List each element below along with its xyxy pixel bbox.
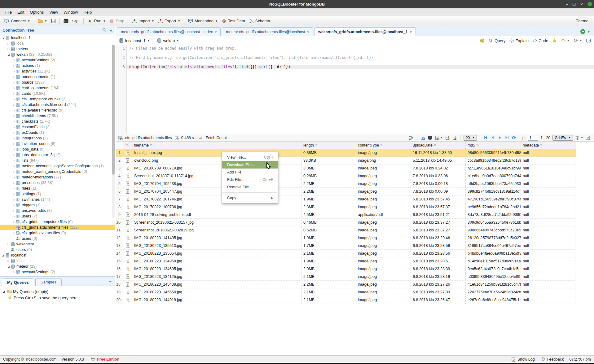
cell-filename[interactable]: IMG_20180223_134958.jpg (132, 257, 301, 265)
cell-contentType[interactable]: image/jpeg (356, 172, 411, 180)
expander-icon[interactable]: ◢ (2, 290, 6, 293)
tree-item-meteor-migrations[interactable]: ▷meteor-migrations(27) (0, 174, 115, 180)
cell-filename[interactable]: 2016-04-29-solving-problems.pdf (132, 211, 301, 218)
cell-length[interactable]: 0.52MB (301, 226, 356, 234)
row-preview-cell[interactable] (123, 250, 132, 257)
query-editor[interactable]: 1// Files can be added easily with drag … (116, 45, 594, 134)
connect-button[interactable]: Connect▼ (2, 17, 32, 25)
cell-length[interactable]: 1.9MB (301, 257, 356, 265)
console-view-icon[interactable] (428, 135, 433, 140)
tree-item-cards[interactable]: ▷cards(10.8K) (0, 91, 115, 96)
cell-uploadDate[interactable]: 6.8.2018 klo 23.57.37 (411, 203, 466, 211)
cell-uploadDate[interactable]: 6.8.2018 klo 23.27.09 (411, 288, 466, 296)
cell-contentType[interactable]: image/jpeg (356, 242, 411, 249)
cell-md5[interactable]: 471901d156539e2ba3f90c870f8 (466, 195, 521, 203)
cell-length[interactable]: 2.2MB (301, 188, 356, 195)
cell-contentType[interactable]: application/pdf (356, 211, 411, 218)
document-tab-3[interactable]: wekan:cfs_gridfs.attachments.files@local… (314, 27, 416, 36)
expander-closed-icon[interactable]: ▷ (12, 98, 16, 101)
cell-metadata[interactable]: null (521, 273, 575, 280)
cell-md5[interactable]: 41e61c341259b891f281c5d47f0 (466, 281, 521, 288)
cell-uploadDate[interactable]: 6.8.2018 klo 23.57.45 (411, 195, 466, 203)
row-preview-cell[interactable] (123, 149, 132, 156)
tree-scrollbar[interactable] (112, 45, 115, 218)
query-button[interactable]: Query (488, 38, 505, 43)
expander-closed-icon[interactable]: ▷ (12, 170, 16, 173)
tree-item-checklists[interactable]: ▷checklists(1.7K) (0, 119, 115, 124)
row-preview-cell[interactable] (123, 188, 132, 195)
table-row[interactable]: 8IMG_20170822_100736.jpg2.3MBimage/jpeg6… (116, 203, 576, 211)
table-row[interactable]: 15IMG_20180223_134958.jpg1.9MBimage/jpeg… (116, 257, 576, 265)
my-queries-root[interactable]: ◢ My Queries (empty) (2, 288, 113, 295)
expander-closed-icon[interactable]: ▷ (12, 137, 16, 140)
sql-button[interactable]: SQL (70, 18, 81, 24)
cell-metadata[interactable]: null (521, 172, 575, 180)
tree-item-settings[interactable]: ▷settings(1) (0, 191, 115, 197)
row-preview-cell[interactable] (123, 195, 132, 203)
expander-closed-icon[interactable]: ▷ (7, 48, 11, 50)
menu-edit[interactable]: Edit (15, 9, 27, 15)
cell-contentType[interactable]: image/jpeg (356, 164, 411, 172)
tree-item-wekan[interactable]: ◢wekan(33 | 0.21GB) (0, 52, 115, 57)
last-page-icon[interactable] (505, 135, 510, 140)
save-button[interactable] (49, 17, 58, 25)
cell-uploadDate[interactable]: 16.11.2018 klo 1.38.50 (411, 149, 466, 156)
cell-contentType[interactable]: image/jpeg (356, 257, 411, 265)
export-button[interactable]: Export▼ (156, 17, 183, 25)
tab-close-icon[interactable]: x (307, 30, 309, 34)
cell-contentType[interactable]: image/jpeg (356, 149, 411, 156)
feedback-button[interactable]: Feedback (540, 357, 564, 362)
cell-filename[interactable]: Screenshot_20180621-032819.jpg (132, 226, 301, 234)
expander-closed-icon[interactable]: ▷ (12, 126, 16, 129)
tree-item-localhost_1[interactable]: ◢localhost_1 (0, 35, 115, 41)
column-header-md5[interactable]: md5⇅ (466, 142, 521, 149)
tree-item-rules[interactable]: ▷rules(1) (0, 186, 115, 191)
tree-item-cfs_gridfs.attachments.files[interactable]: ▷cfs_gridfs.attachments.files(222) (0, 225, 115, 230)
collapse-panel-icon[interactable]: «« (109, 279, 112, 283)
tree-item-meteor[interactable]: ◢meteor(23) (0, 264, 115, 269)
expander-closed-icon[interactable]: ▷ (7, 42, 11, 45)
document-tab-1[interactable]: meteor:cfs_gridfs.attachments.files@loca… (117, 27, 221, 36)
cell-uploadDate[interactable]: 7.8.2018 klo 0.33.06 (411, 172, 466, 180)
row-preview-cell[interactable] (123, 203, 132, 211)
tree-item-boards[interactable]: ▷boards(138) (0, 80, 115, 85)
cell-contentType[interactable]: image/jpeg (356, 265, 411, 273)
cell-uploadDate[interactable]: 6.8.2018 klo 23.37.27 (411, 226, 466, 234)
cell-length[interactable]: 1.7MB (301, 242, 356, 249)
cell-contentType[interactable]: image/jpeg (356, 188, 411, 195)
tree-item-local[interactable]: ▷local (0, 258, 115, 264)
menu-item-remove-file---[interactable]: Remove File... (222, 183, 278, 191)
tree-item-accountSettings[interactable]: ▷accountSettings(2) (0, 57, 115, 63)
code-button[interactable]: Code (532, 38, 548, 43)
minimize-button[interactable]: – (566, 2, 568, 7)
cell-metadata[interactable]: null (521, 149, 575, 156)
table-row[interactable]: 19IMG_20180223_145650.jpg2.1MBimage/jpeg… (116, 288, 576, 296)
tree-item-meteor_accounts_loginServiceConfiguration[interactable]: ▷meteor_accounts_loginServiceConfigurati… (0, 163, 115, 169)
expander-closed-icon[interactable]: ▷ (7, 243, 11, 246)
tree-item-triggers[interactable]: ▷triggers(1) (0, 202, 115, 208)
cell-length[interactable]: 2.2MB (301, 281, 356, 288)
cell-uploadDate[interactable]: 6.8.2018 klo 23.37.27 (411, 219, 466, 226)
expander-closed-icon[interactable]: ▷ (12, 70, 16, 73)
tree-item-accountSettings[interactable]: ▷accountSettings(2) (0, 269, 115, 275)
cell-md5[interactable]: 809c9d6455aa325450e78b1bb2 (466, 219, 521, 226)
cell-metadata[interactable]: null (521, 188, 575, 195)
cell-md5[interactable]: cbc3a891b6348ed2f29cb7d1396 (466, 157, 521, 164)
tree-item-customFields[interactable]: ▷customFields(2) (0, 124, 115, 130)
menu-file[interactable]: File (2, 9, 15, 15)
expander-closed-icon[interactable]: ▷ (12, 131, 16, 134)
cell-contentType[interactable]: image/jpeg (356, 180, 411, 187)
import-button[interactable]: Import▼ (130, 17, 156, 25)
row-preview-cell[interactable] (123, 257, 132, 265)
expand-results-icon[interactable] (585, 135, 590, 140)
table-row[interactable]: 1Install_Linux.jpg0.38MBimage/jpeg16.11.… (116, 149, 576, 157)
cell-contentType[interactable]: image/jpeg (356, 219, 411, 226)
expander-closed-icon[interactable]: ▷ (12, 92, 16, 95)
column-header-length[interactable]: length⇅ (301, 142, 356, 149)
menu-item-view-file---[interactable]: View File...Ctrl+I (222, 154, 278, 161)
tree-item-checklistItems[interactable]: ▷checklistItems(7.5K) (0, 113, 115, 119)
cell-uploadDate[interactable]: 6.8.2018 klo 23.28.56 (411, 250, 466, 257)
tree-item-lists[interactable]: ▷lists(947) (0, 158, 115, 163)
expander-closed-icon[interactable]: ▷ (12, 204, 16, 207)
expander-closed-icon[interactable]: ▷ (12, 81, 16, 84)
